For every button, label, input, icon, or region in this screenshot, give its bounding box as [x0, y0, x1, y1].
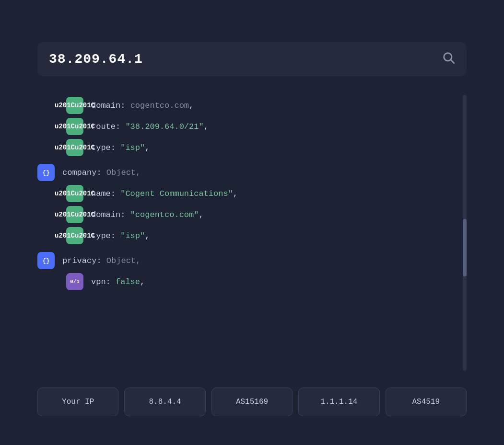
brace-icon-privacy — [37, 252, 55, 269]
line-privacy: privacy : Object, — [37, 250, 467, 271]
search-bar[interactable]: 38.209.64.1 — [37, 42, 467, 76]
line-company-type: type : "isp" , — [66, 225, 467, 246]
line-vpn: 0/1 vpn : false , — [66, 271, 467, 292]
json-content-area: domain : cogentco.com , route : "38.209.… — [37, 95, 467, 371]
quote-icon-2 — [66, 118, 83, 135]
scrollbar-thumb[interactable] — [463, 219, 467, 276]
line-type-isp: type : "isp" , — [66, 137, 467, 158]
line-domain-isp: domain : cogentco.com , — [66, 95, 467, 116]
brace-icon-company — [37, 164, 55, 181]
search-icon[interactable] — [442, 51, 455, 68]
btn-as4519[interactable]: AS4519 — [386, 388, 467, 416]
quote-icon-1 — [66, 97, 83, 114]
line-company: company : Object, — [37, 162, 467, 183]
btn-1114[interactable]: 1.1.1.14 — [298, 388, 379, 416]
bottom-navigation-bar: Your IP 8.8.4.4 AS15169 1.1.1.14 AS4519 — [37, 388, 467, 416]
btn-your-ip[interactable]: Your IP — [37, 388, 118, 416]
fraction-icon-vpn: 0/1 — [66, 273, 83, 290]
btn-8844[interactable]: 8.8.4.4 — [124, 388, 205, 416]
quote-icon-3 — [66, 139, 83, 156]
quote-icon-6 — [66, 227, 83, 244]
btn-as15169[interactable]: AS15169 — [211, 388, 293, 416]
quote-icon-5 — [66, 206, 83, 223]
search-input-value: 38.209.64.1 — [49, 52, 143, 67]
line-route: route : "38.209.64.0/21" , — [66, 116, 467, 137]
svg-line-1 — [451, 60, 454, 63]
scrollbar[interactable] — [463, 95, 467, 371]
line-company-name: name : "Cogent Communications" , — [66, 183, 467, 204]
line-company-domain: domain : "cogentco.com" , — [66, 204, 467, 225]
quote-icon-4 — [66, 185, 83, 202]
